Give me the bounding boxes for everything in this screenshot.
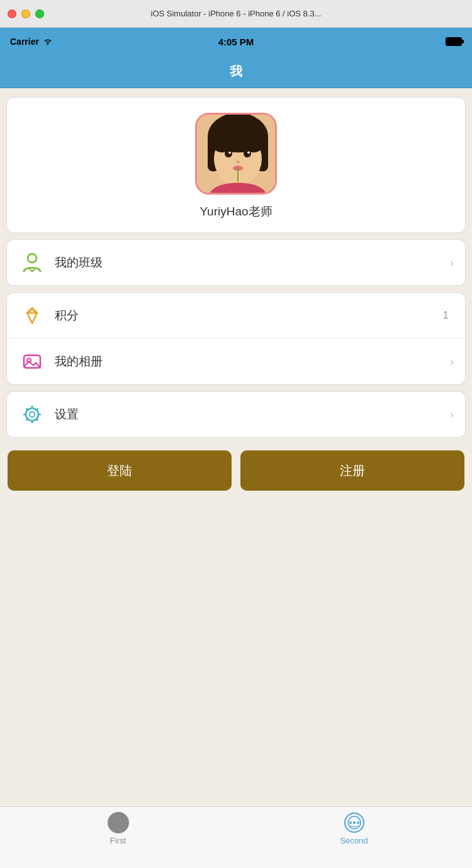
button-row: 登陆 注册	[6, 444, 466, 497]
window-title: iOS Simulator - iPhone 6 - iPhone 6 / iO…	[151, 9, 322, 18]
svg-line-29	[37, 409, 38, 410]
tab-first[interactable]: First	[0, 812, 236, 845]
class-menu-card: 我的班级 ›	[6, 239, 466, 286]
title-bar: iOS Simulator - iPhone 6 - iPhone 6 / iO…	[0, 0, 472, 28]
svg-point-22	[30, 412, 35, 417]
maximize-button[interactable]	[35, 9, 44, 18]
profile-name: YuriyHao老师	[199, 203, 272, 220]
second-tab-icon	[344, 812, 365, 833]
settings-label: 设置	[55, 406, 450, 423]
status-right	[446, 37, 462, 46]
svg-point-31	[113, 818, 123, 828]
tab-first-label: First	[110, 836, 126, 845]
svg-point-36	[353, 821, 356, 824]
tab-bar: First Second	[0, 806, 472, 868]
settings-chevron: ›	[450, 408, 454, 421]
tab-second-icon	[344, 812, 365, 833]
svg-line-28	[37, 419, 38, 420]
nav-bar: 我	[0, 55, 472, 88]
svg-point-16	[213, 140, 231, 152]
points-label: 积分	[55, 307, 443, 324]
class-label: 我的班级	[55, 254, 450, 271]
svg-point-35	[357, 821, 359, 824]
album-label: 我的相册	[55, 353, 450, 370]
svg-point-0	[47, 43, 48, 45]
svg-line-30	[26, 419, 28, 420]
album-chevron: ›	[450, 355, 454, 368]
settings-icon	[18, 401, 46, 428]
settings-menu-item[interactable]: 设置 ›	[7, 392, 465, 437]
person-icon	[18, 249, 46, 277]
battery-icon	[446, 37, 462, 46]
carrier-label: Carrier	[10, 37, 39, 47]
wifi-icon	[43, 38, 53, 45]
status-time: 4:05 PM	[218, 37, 254, 47]
status-bar: Carrier 4:05 PM	[0, 28, 472, 55]
profile-card: YuriyHao老师	[6, 97, 466, 233]
minimize-button[interactable]	[21, 9, 30, 18]
class-menu-item[interactable]: 我的班级 ›	[7, 240, 465, 285]
svg-point-18	[28, 254, 37, 263]
photo-icon	[18, 348, 46, 375]
diamond-icon	[18, 302, 46, 329]
svg-point-17	[245, 140, 262, 152]
album-menu-item[interactable]: 我的相册 ›	[7, 339, 465, 384]
points-menu-item[interactable]: 积分 1	[7, 293, 465, 339]
carrier-info: Carrier	[10, 37, 53, 47]
avatar-image	[197, 115, 277, 195]
tab-first-icon	[108, 812, 129, 833]
tab-second-label: Second	[340, 836, 368, 845]
class-chevron: ›	[450, 256, 454, 270]
points-value: 1	[443, 309, 449, 322]
tab-second[interactable]: Second	[236, 812, 472, 845]
first-tab-icon	[112, 816, 125, 829]
svg-point-10	[236, 161, 240, 163]
points-album-menu-card: 积分 1 我的相册 ›	[6, 292, 466, 385]
register-button[interactable]: 注册	[240, 450, 464, 491]
nav-title: 我	[230, 63, 242, 80]
svg-point-34	[349, 821, 352, 824]
login-button[interactable]: 登陆	[8, 450, 232, 491]
content-area: YuriyHao老师 我的班级 ›	[0, 88, 472, 506]
close-button[interactable]	[8, 9, 16, 18]
settings-menu-card: 设置 ›	[6, 391, 466, 438]
window-controls	[8, 9, 44, 18]
svg-line-27	[26, 409, 28, 410]
avatar[interactable]	[195, 113, 277, 195]
